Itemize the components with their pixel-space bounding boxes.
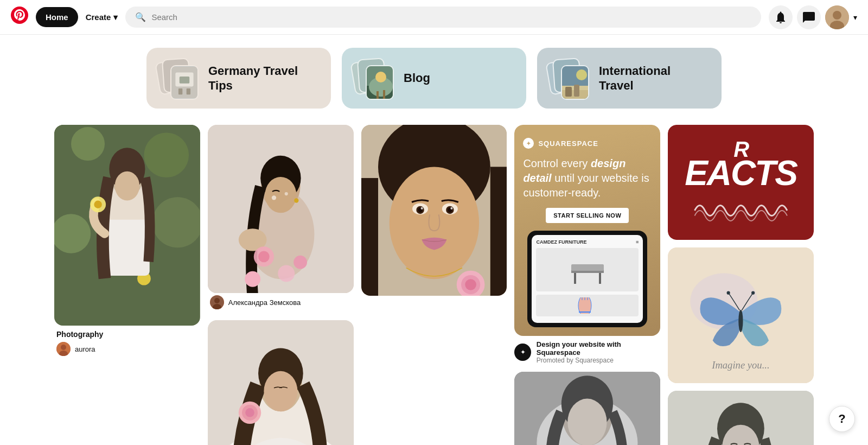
svg-point-54 (214, 298, 220, 303)
pin-item-bw-art[interactable] (668, 391, 814, 445)
pinterest-logo (11, 7, 28, 28)
svg-rect-68 (490, 167, 507, 296)
pin-user-aurora: aurora (54, 340, 200, 359)
sq-footer-logo: ✦ (514, 344, 531, 361)
svg-point-33 (115, 171, 139, 201)
header-icons: ▾ (769, 5, 857, 29)
home-button[interactable]: Home (36, 7, 78, 27)
board-images-blog (350, 56, 394, 100)
svg-rect-13 (383, 90, 385, 99)
pin-item-4[interactable] (361, 125, 507, 296)
pin-user-avatar-2 (210, 295, 224, 309)
board-card-blog[interactable]: Blog (342, 48, 526, 109)
svg-rect-31 (105, 220, 150, 276)
svg-point-47 (293, 256, 307, 269)
svg-text:Imagine you...: Imagine you... (711, 360, 769, 371)
pin-item-butterfly[interactable]: Imagine you... (668, 247, 814, 383)
chevron-down-icon: ▾ (113, 12, 118, 22)
svg-rect-12 (376, 91, 379, 99)
pin-user-avatar (56, 342, 71, 356)
svg-point-64 (245, 408, 254, 417)
sq-phone-mockup: CAMDEZ FURNITURE ≡ (527, 231, 647, 327)
create-button[interactable]: Create ▾ (86, 12, 118, 22)
svg-rect-7 (178, 88, 182, 94)
svg-rect-19 (565, 87, 572, 97)
vw-content: R EACTS (676, 140, 805, 229)
svg-point-61 (264, 371, 297, 411)
svg-point-80 (465, 279, 476, 290)
messages-button[interactable] (797, 5, 821, 29)
sq-logo: ✦ SQUARESPACE (523, 138, 652, 149)
svg-rect-82 (574, 273, 576, 284)
sq-phone-screen: CAMDEZ FURNITURE ≡ (532, 235, 643, 323)
squarespace-icon: ✦ (523, 138, 534, 149)
board-card-international[interactable]: International Travel (537, 48, 722, 109)
board-images-international (546, 56, 589, 100)
svg-point-48 (245, 271, 260, 287)
svg-point-14 (375, 72, 386, 82)
search-input[interactable] (151, 12, 751, 22)
search-bar: 🔍 (125, 7, 761, 28)
svg-rect-67 (361, 178, 378, 296)
pin-username-2: Александра Земскова (228, 298, 301, 307)
pin-user-aleksandra: Александра Земскова (208, 293, 354, 313)
svg-rect-83 (599, 273, 601, 284)
svg-point-35 (94, 201, 101, 208)
pin-label-photography: Photography (54, 326, 200, 340)
pin-item-squarespace[interactable]: ✦ SQUARESPACE Control every design detai… (514, 125, 660, 364)
svg-point-18 (576, 69, 587, 80)
svg-point-97 (738, 310, 743, 332)
pin-item-1[interactable]: Photography aurora (54, 125, 200, 359)
sq-ad-footer-text: Design your website with Squarespace Pro… (537, 340, 660, 364)
board-card-germany[interactable]: Germany Travel Tips (146, 48, 331, 109)
pin-item-2[interactable]: Александра Земскова (208, 125, 354, 313)
svg-rect-89 (579, 312, 591, 313)
sq-cta-button[interactable]: START SELLING NOW (546, 208, 629, 223)
board-label-blog: Blog (404, 71, 430, 86)
svg-point-46 (278, 265, 295, 282)
svg-point-23 (144, 132, 189, 177)
svg-rect-8 (187, 88, 190, 94)
boards-section: Germany Travel Tips Blog International T… (0, 35, 868, 119)
svg-point-77 (450, 207, 452, 209)
svg-point-94 (568, 399, 607, 445)
svg-point-22 (71, 127, 105, 161)
svg-point-2 (833, 11, 841, 20)
notifications-button[interactable] (769, 5, 793, 29)
header: Home Create ▾ 🔍 ▾ (0, 0, 868, 35)
board-images-germany (155, 56, 199, 100)
svg-point-73 (420, 207, 423, 209)
svg-point-49 (265, 177, 296, 213)
pin-username: aurora (75, 345, 95, 353)
pin-item-3[interactable] (208, 320, 354, 445)
board-label-germany: Germany Travel Tips (208, 63, 316, 93)
svg-rect-84 (571, 264, 604, 271)
sq-ad-footer: ✦ Design your website with Squarespace P… (514, 336, 660, 364)
squarespace-ad: ✦ SQUARESPACE Control every design detai… (514, 125, 660, 336)
help-button[interactable]: ? (829, 406, 855, 432)
svg-point-99 (751, 291, 755, 295)
pin-item-vw[interactable]: R EACTS (668, 125, 814, 240)
svg-rect-6 (180, 77, 189, 84)
svg-point-37 (61, 345, 66, 350)
furniture-image (536, 248, 639, 291)
svg-point-50 (272, 195, 276, 200)
svg-point-51 (284, 192, 288, 195)
sq-brand-name: SQUARESPACE (538, 139, 598, 148)
svg-rect-20 (574, 85, 579, 97)
svg-point-98 (727, 291, 730, 295)
profile-avatar[interactable] (825, 5, 849, 29)
svg-point-52 (294, 198, 298, 202)
pins-grid: Photography aurora (0, 119, 868, 445)
account-menu-chevron[interactable]: ▾ (853, 13, 857, 22)
svg-point-69 (389, 167, 478, 279)
sq-headline: Control every design detail until your w… (523, 156, 652, 200)
pin-item-bw[interactable] (514, 372, 660, 445)
vw-reacts: R EACTS (676, 140, 805, 188)
search-icon: 🔍 (135, 12, 146, 22)
svg-point-45 (258, 251, 270, 263)
board-label-international: International Travel (599, 63, 706, 93)
